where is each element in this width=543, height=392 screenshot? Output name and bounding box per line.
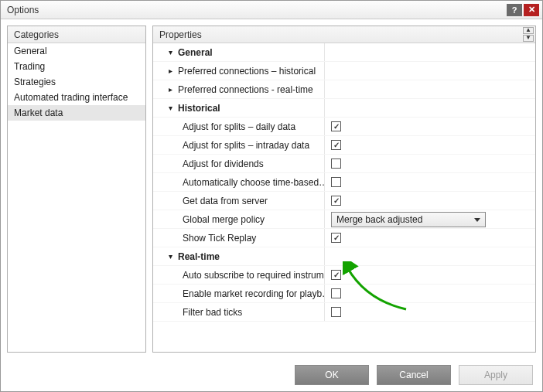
row-enable-market-recording: Enable market recording for playb… <box>153 285 535 303</box>
close-button[interactable]: ✕ <box>524 4 539 16</box>
categories-list: General Trading Strategies Automated tra… <box>8 43 145 352</box>
label-adj-splits-intra: Adjust for splits – intraday data <box>183 140 309 151</box>
cancel-button[interactable]: Cancel <box>377 365 451 385</box>
sidebar-item-strategies[interactable]: Strategies <box>8 74 145 90</box>
checkbox-enable-rec[interactable] <box>331 288 341 298</box>
help-button[interactable]: ? <box>507 4 522 16</box>
expander-icon: ▾ <box>166 252 175 261</box>
label-enable-rec: Enable market recording for playb… <box>183 288 325 299</box>
label-adj-splits-daily: Adjust for splits – daily data <box>183 121 295 132</box>
row-adjust-splits-daily: Adjust for splits – daily data <box>153 118 535 136</box>
row-adjust-dividends: Adjust for dividends <box>153 155 535 173</box>
sidebar-item-market-data[interactable]: Market data <box>8 105 145 121</box>
row-pref-connections-historical[interactable]: ▸ Preferred connections – historical <box>153 62 535 80</box>
checkbox-auto-sub[interactable] <box>331 270 341 280</box>
dropdown-merge-policy-value: Merge back adjusted <box>336 214 422 225</box>
properties-header: Properties ▲ ▼ <box>153 26 535 43</box>
checkbox-adj-div[interactable] <box>331 159 341 169</box>
row-global-merge-policy: Global merge policy Merge back adjusted <box>153 210 535 229</box>
sidebar-item-automated-trading[interactable]: Automated trading interface <box>8 90 145 105</box>
label-show-tick: Show Tick Replay <box>183 233 256 244</box>
label-pref-rt: Preferred connections - real-time <box>178 84 313 95</box>
group-historical-label: Historical <box>178 103 220 114</box>
group-general-label: General <box>178 47 213 58</box>
properties-body: ▾ General ▸ Preferred connections – hist… <box>153 43 535 352</box>
dialog-body: Categories General Trading Strategies Au… <box>1 19 542 359</box>
checkbox-get-server[interactable] <box>331 196 341 206</box>
checkbox-adj-splits-daily[interactable] <box>331 121 341 131</box>
row-get-data-server: Get data from server <box>153 192 535 210</box>
group-general[interactable]: ▾ General <box>153 43 535 62</box>
categories-header: Categories <box>8 26 145 43</box>
label-get-server: Get data from server <box>183 196 268 206</box>
dialog-footer: OK Cancel Apply <box>1 359 542 391</box>
row-auto-time-based: Automatically choose time-based… <box>153 173 535 192</box>
label-pref-hist: Preferred connections – historical <box>178 66 316 77</box>
checkbox-auto-time[interactable] <box>331 177 341 187</box>
label-adj-div: Adjust for dividends <box>183 159 264 169</box>
expander-icon: ▾ <box>166 48 175 56</box>
window-title: Options <box>7 5 505 15</box>
sidebar-item-trading[interactable]: Trading <box>8 59 145 74</box>
sidebar-item-general[interactable]: General <box>8 43 145 59</box>
chevron-right-icon: ▸ <box>166 66 175 75</box>
expander-icon: ▾ <box>166 104 175 112</box>
checkbox-show-tick[interactable] <box>331 233 341 243</box>
properties-panel: Properties ▲ ▼ ▾ General ▸ <box>152 26 536 353</box>
label-filter-bad: Filter bad ticks <box>183 307 242 318</box>
categories-panel: Categories General Trading Strategies Au… <box>7 26 146 353</box>
label-merge-policy: Global merge policy <box>183 214 265 225</box>
apply-button: Apply <box>459 365 533 385</box>
titlebar: Options ? ✕ <box>1 1 542 19</box>
checkbox-adj-splits-intra[interactable] <box>331 140 341 150</box>
properties-header-label: Properties <box>159 26 202 43</box>
row-auto-subscribe: Auto subscribe to required instrum… <box>153 266 535 285</box>
label-auto-time: Automatically choose time-based… <box>183 177 325 188</box>
row-adjust-splits-intraday: Adjust for splits – intraday data <box>153 136 535 155</box>
ok-button[interactable]: OK <box>295 365 369 385</box>
scroll-spinner: ▲ ▼ <box>523 27 534 42</box>
row-filter-bad-ticks: Filter bad ticks <box>153 303 535 322</box>
scroll-up-icon[interactable]: ▲ <box>523 27 534 34</box>
group-realtime-label: Real-time <box>178 251 220 262</box>
chevron-right-icon: ▸ <box>166 85 175 94</box>
row-show-tick-replay: Show Tick Replay <box>153 229 535 247</box>
group-historical[interactable]: ▾ Historical <box>153 99 535 118</box>
row-pref-connections-realtime[interactable]: ▸ Preferred connections - real-time <box>153 80 535 99</box>
scroll-down-icon[interactable]: ▼ <box>523 35 534 42</box>
dropdown-merge-policy[interactable]: Merge back adjusted <box>331 212 486 227</box>
group-realtime[interactable]: ▾ Real-time <box>153 247 535 266</box>
options-dialog: Options ? ✕ Categories General Trading S… <box>0 0 543 392</box>
label-auto-sub: Auto subscribe to required instrum… <box>183 270 325 281</box>
checkbox-filter-bad[interactable] <box>331 307 341 317</box>
